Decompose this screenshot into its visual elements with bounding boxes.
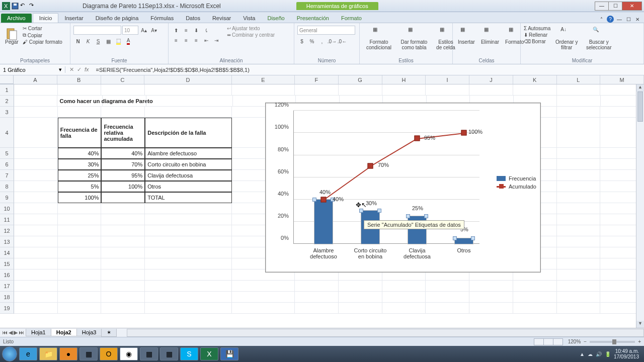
cell[interactable] [58, 84, 102, 96]
cell[interactable] [469, 84, 513, 96]
chart-legend[interactable]: Frecuencia Acumulado [497, 173, 536, 192]
cell[interactable] [14, 247, 58, 258]
font-size-combo[interactable]: 10 [122, 26, 138, 35]
cell[interactable]: Descripción de la falla [145, 118, 232, 148]
cell[interactable] [295, 84, 339, 96]
cell[interactable]: Alambre defectuoso [145, 148, 232, 159]
cell[interactable] [232, 84, 295, 96]
tab-datos[interactable]: Datos [180, 14, 206, 23]
cell[interactable] [557, 159, 601, 170]
row-header[interactable]: 2 [0, 96, 14, 107]
row-header[interactable]: 9 [0, 192, 14, 203]
start-button[interactable] [2, 346, 17, 361]
zoom-slider[interactable] [590, 341, 635, 343]
row-header[interactable]: 12 [0, 225, 14, 236]
col-A[interactable]: A [14, 75, 57, 84]
cell[interactable] [145, 258, 232, 269]
chart-bar[interactable] [314, 200, 333, 244]
cell[interactable] [14, 225, 58, 236]
cell[interactable] [101, 214, 145, 225]
cell[interactable] [58, 292, 102, 303]
cell[interactable] [14, 292, 58, 303]
tab-diseno-pagina[interactable]: Diseño de página [90, 14, 145, 23]
cell[interactable] [14, 203, 58, 214]
view-page-layout-button[interactable] [543, 338, 553, 345]
chart-data-label[interactable]: 40% [333, 196, 344, 202]
cell[interactable] [58, 225, 102, 236]
cell[interactable] [58, 236, 102, 247]
cond-format-button[interactable]: ▦Formato condicional [363, 26, 395, 51]
cell[interactable] [557, 214, 601, 225]
chart-data-label[interactable]: 40% [319, 189, 331, 195]
cell[interactable]: Frecuencia de falla [58, 118, 102, 148]
cell[interactable] [14, 96, 57, 107]
tray-icon[interactable]: 🔊 [596, 351, 602, 357]
sheet-tab[interactable]: Hoja1 [26, 329, 51, 336]
cell[interactable]: 95% [101, 170, 145, 181]
cell[interactable] [426, 292, 469, 303]
cell[interactable] [557, 292, 601, 303]
cell[interactable] [145, 214, 232, 225]
copy-button[interactable]: ⧉Copiar [23, 32, 62, 38]
cell[interactable] [14, 118, 58, 148]
fx-icon[interactable]: fx [85, 66, 89, 73]
workbook-close-icon[interactable]: ✕ [634, 16, 641, 23]
col-E[interactable]: E [232, 75, 295, 84]
cell[interactable] [103, 96, 146, 107]
cell[interactable] [101, 225, 145, 236]
align-left-icon[interactable]: ≡ [172, 36, 181, 45]
cell[interactable]: 30% [58, 159, 102, 170]
cell[interactable] [557, 203, 601, 214]
chart-data-label[interactable]: 25% [412, 205, 423, 211]
fill-color-button[interactable]: ⬚ [114, 37, 123, 46]
row-header[interactable]: 15 [0, 258, 14, 269]
row-header[interactable]: 14 [0, 247, 14, 258]
cell[interactable] [14, 258, 58, 269]
chart-line-marker[interactable] [368, 163, 373, 169]
cell[interactable] [14, 303, 58, 314]
row-header[interactable]: 8 [0, 181, 14, 192]
cell[interactable] [295, 303, 339, 314]
redo-icon[interactable]: ↷ [29, 2, 37, 10]
workbook-restore-icon[interactable]: ☐ [625, 16, 632, 23]
cell[interactable] [557, 303, 601, 314]
cell[interactable] [145, 269, 232, 281]
cell[interactable] [14, 181, 58, 192]
cell[interactable] [339, 84, 382, 96]
cell[interactable] [145, 303, 232, 314]
taskbar-app-icon[interactable]: ● [59, 347, 77, 360]
cell[interactable] [145, 203, 232, 214]
cell[interactable] [557, 118, 601, 148]
cell[interactable] [14, 281, 58, 292]
cell[interactable] [232, 303, 295, 314]
cell[interactable] [339, 281, 382, 292]
cell[interactable] [339, 292, 382, 303]
cell[interactable] [557, 96, 600, 107]
align-center-icon[interactable]: ≡ [182, 36, 191, 45]
increase-font-icon[interactable]: A▴ [139, 26, 148, 35]
cell[interactable] [469, 292, 513, 303]
row-header[interactable]: 1 [0, 84, 14, 96]
cell[interactable] [295, 281, 339, 292]
cell[interactable] [14, 192, 58, 203]
cell[interactable] [557, 258, 601, 269]
sheet-nav-next-icon[interactable]: ▶ [14, 329, 18, 336]
tray-icon[interactable]: ☁ [588, 351, 593, 357]
row-header[interactable]: 10 [0, 203, 14, 214]
tray-icon[interactable]: ▲ [580, 351, 585, 357]
cell[interactable] [101, 107, 145, 118]
decrease-font-icon[interactable]: A▾ [149, 26, 158, 35]
cell[interactable] [145, 84, 232, 96]
cell[interactable]: TOTAL [145, 192, 232, 203]
col-J[interactable]: J [469, 75, 513, 84]
cell[interactable] [145, 107, 232, 118]
cell[interactable] [58, 281, 102, 292]
cell[interactable]: Clavija defectuosa [145, 170, 232, 181]
help-icon[interactable]: ? [607, 16, 614, 23]
cell[interactable] [14, 107, 58, 118]
col-C[interactable]: C [101, 75, 145, 84]
scroll-up-icon[interactable]: ▲ [636, 84, 644, 92]
cell[interactable] [557, 170, 601, 181]
row-header[interactable]: 4 [0, 118, 14, 148]
cell[interactable] [513, 281, 557, 292]
